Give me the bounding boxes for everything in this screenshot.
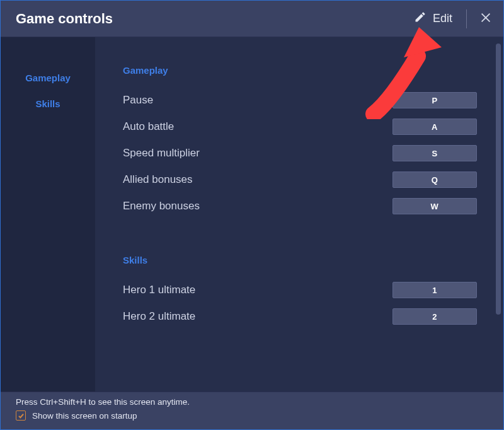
footer-hint: Press Ctrl+Shift+H to see this screen an… bbox=[16, 397, 503, 407]
startup-checkbox-label: Show this screen on startup bbox=[32, 411, 137, 421]
binding-label: Hero 1 ultimate bbox=[123, 284, 195, 296]
binding-label: Allied bonuses bbox=[123, 173, 193, 186]
section-skills: Skills Hero 1 ultimate 1 Hero 2 ultimate… bbox=[123, 255, 477, 330]
sidebar: Gameplay Skills bbox=[1, 37, 95, 392]
section-title-skills: Skills bbox=[123, 255, 477, 265]
keybinding-field[interactable]: W bbox=[392, 198, 477, 214]
binding-row: Hero 1 ultimate 1 bbox=[123, 277, 477, 303]
edit-label: Edit bbox=[433, 12, 452, 25]
binding-row: Speed multiplier S bbox=[123, 140, 477, 166]
keybinding-field[interactable]: S bbox=[392, 145, 477, 161]
header-divider bbox=[466, 9, 467, 28]
binding-row: Enemy bonuses W bbox=[123, 193, 477, 219]
section-title-gameplay: Gameplay bbox=[123, 65, 477, 76]
binding-label: Hero 2 ultimate bbox=[123, 310, 195, 323]
sidebar-item-gameplay[interactable]: Gameplay bbox=[25, 73, 71, 83]
close-button[interactable] bbox=[477, 10, 495, 28]
window-title: Game controls bbox=[16, 11, 113, 27]
keybinding-field[interactable]: 2 bbox=[392, 308, 477, 325]
keybinding-field[interactable]: 1 bbox=[392, 282, 477, 298]
binding-row: Hero 2 ultimate 2 bbox=[123, 303, 477, 330]
sidebar-item-skills[interactable]: Skills bbox=[35, 98, 60, 109]
header-bar: Game controls Edit bbox=[1, 1, 503, 37]
main-wrap: Gameplay Pause P Auto battle A Speed mul… bbox=[95, 37, 503, 392]
section-gameplay: Gameplay Pause P Auto battle A Speed mul… bbox=[123, 65, 477, 219]
edit-button[interactable]: Edit bbox=[410, 8, 456, 29]
startup-checkbox-row[interactable]: Show this screen on startup bbox=[16, 410, 503, 421]
binding-label: Enemy bonuses bbox=[123, 200, 200, 212]
keybinding-field[interactable]: Q bbox=[392, 171, 477, 188]
pencil-icon bbox=[414, 11, 427, 26]
body: Gameplay Skills Gameplay Pause P Auto ba… bbox=[1, 37, 503, 392]
scrollbar-thumb[interactable] bbox=[496, 44, 501, 315]
keybinding-field[interactable]: P bbox=[392, 92, 477, 108]
scrollbar[interactable] bbox=[496, 44, 501, 385]
binding-label: Speed multiplier bbox=[123, 147, 200, 160]
binding-row: Auto battle A bbox=[123, 113, 477, 140]
startup-checkbox[interactable] bbox=[16, 410, 26, 421]
check-icon bbox=[18, 412, 25, 419]
binding-row: Allied bonuses Q bbox=[123, 166, 477, 193]
binding-row: Pause P bbox=[123, 87, 477, 113]
main-panel: Gameplay Pause P Auto battle A Speed mul… bbox=[95, 37, 496, 392]
binding-label: Auto battle bbox=[123, 120, 174, 133]
footer-bar: Press Ctrl+Shift+H to see this screen an… bbox=[1, 392, 503, 430]
binding-label: Pause bbox=[123, 94, 153, 107]
close-icon bbox=[479, 11, 493, 27]
keybinding-field[interactable]: A bbox=[392, 119, 477, 135]
